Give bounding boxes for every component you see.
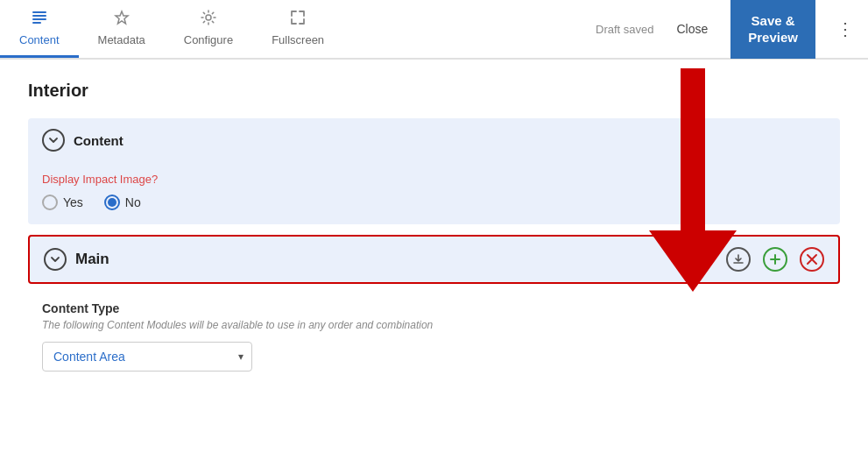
tab-metadata[interactable]: Metadata [79,0,165,58]
content-type-label: Content Type [42,301,826,315]
radio-no[interactable]: No [104,195,141,210]
tab-content-label: Content [19,33,60,46]
display-impact-label: Display Impact Image? [42,173,826,186]
tab-configure-label: Configure [184,33,233,46]
add-button[interactable] [763,247,787,272]
tab-fullscreen[interactable]: Fullscreen [252,0,343,58]
radio-yes-outer [42,195,58,210]
main-section-header: Main (1/2) [30,237,838,282]
radio-no-inner [108,198,116,207]
main-section: Main (1/2) [28,235,840,284]
configure-icon [201,10,216,30]
page-title: Interior [28,81,840,101]
more-options-button[interactable]: ⋮ [829,18,861,39]
svg-rect-3 [32,22,41,24]
tab-content[interactable]: Content [0,0,79,58]
tab-fullscreen-label: Fullscreen [272,33,324,46]
radio-no-label: No [125,195,141,209]
close-button[interactable]: Close [667,17,716,41]
content-panel: Content Display Impact Image? Yes No [28,118,840,224]
nav-right: Draft saved Close Save &Preview ⋮ [596,0,868,58]
tab-metadata-label: Metadata [98,33,145,46]
content-type-select-wrapper: Content Area Rich Text Image Video ▾ [42,342,252,371]
tab-configure[interactable]: Configure [165,0,252,58]
content-type-desc: The following Content Modules will be av… [42,319,826,331]
main-content: Interior Content Display Impact Image? Y… [0,60,868,400]
display-impact-field: Display Impact Image? Yes No [28,162,840,224]
radio-yes[interactable]: Yes [42,195,83,210]
content-type-section: Content Type The following Content Modul… [28,294,840,386]
radio-no-outer [104,195,120,210]
fullscreen-icon [290,10,306,30]
content-panel-header: Content [28,118,840,162]
radio-yes-label: Yes [63,195,83,209]
content-type-select[interactable]: Content Area Rich Text Image Video [42,342,252,371]
main-collapse-button[interactable] [44,248,67,271]
main-section-title: Main [75,251,674,268]
display-impact-radio-group: Yes No [42,195,826,210]
svg-rect-2 [32,18,46,20]
top-nav: Content Metadata Configure Fullscreen Dr… [0,0,868,60]
svg-rect-0 [32,11,46,13]
metadata-icon [114,10,130,30]
content-icon [32,10,47,30]
content-collapse-button[interactable] [42,129,65,152]
content-panel-title: Content [74,133,123,148]
svg-point-4 [206,15,211,20]
download-button[interactable] [726,247,751,272]
remove-button[interactable] [800,247,824,272]
svg-rect-1 [32,15,46,17]
more-icon: ⋮ [836,18,854,39]
draft-saved: Draft saved [596,23,653,36]
save-preview-button[interactable]: Save &Preview [730,0,815,59]
main-section-count: (1/2) [683,253,707,266]
